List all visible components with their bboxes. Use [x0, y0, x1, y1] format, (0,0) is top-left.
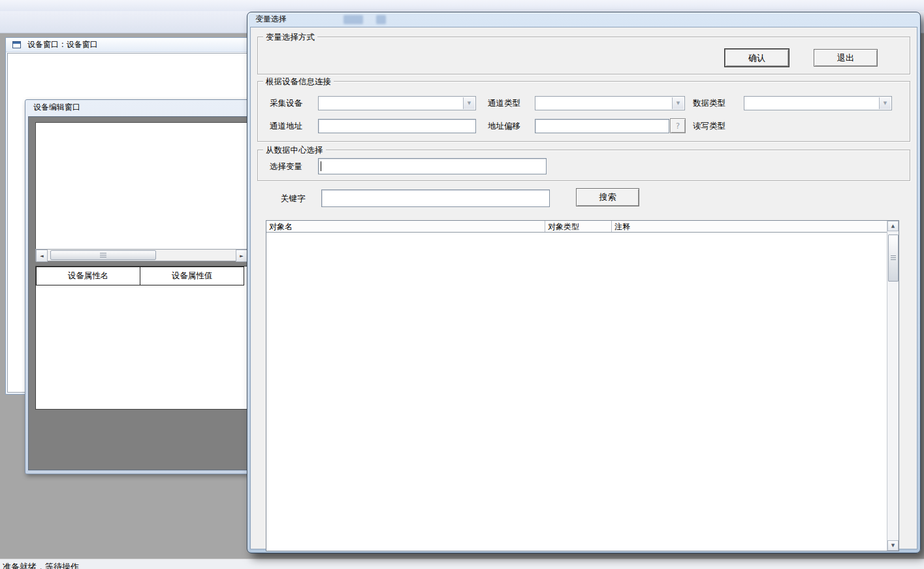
keyword-label: 关键字 — [281, 193, 306, 204]
variable-table: 对象名 对象类型 注释 — [266, 220, 899, 551]
variable-select-dialog: 变量选择 变量选择方式 确认 退出 根据设备信息连接 采集设备 通道类型 数据类… — [247, 12, 921, 553]
channel-type-select — [535, 96, 685, 110]
driver-info-box — [35, 122, 255, 250]
rw-type-label: 读写类型 — [693, 121, 725, 132]
application-window: 设备窗口 : 设备窗口 设备编辑窗口 设备属性名 设备属性值 — [0, 0, 924, 569]
vertical-scrollbar[interactable] — [887, 221, 899, 551]
chevron-down-icon — [672, 97, 684, 109]
device-window-title: 设备窗口 : 设备窗口 — [27, 39, 98, 50]
search-button[interactable]: 搜索 — [576, 188, 639, 206]
scrollbar-thumb[interactable] — [50, 250, 156, 260]
property-table-panel: 设备属性名 设备属性值 — [35, 266, 248, 410]
device-window-titlebar[interactable]: 设备窗口 : 设备窗口 — [6, 38, 255, 52]
window-icon — [12, 41, 21, 48]
data-type-label: 数据类型 — [693, 98, 725, 109]
collect-device-label: 采集设备 — [270, 98, 302, 109]
keyword-input[interactable] — [321, 189, 550, 207]
prop-header-value: 设备属性值 — [140, 267, 244, 285]
group-device-link: 根据设备信息连接 采集设备 通道类型 数据类型 通道地址 地址偏移 ? 读写类型 — [257, 81, 910, 142]
prop-header-name: 设备属性名 — [37, 267, 140, 285]
menu-bar — [0, 0, 924, 11]
collect-device-select — [318, 96, 476, 110]
status-text: 准备就绪，等待操作 — [3, 562, 79, 569]
group-label-mode: 变量选择方式 — [263, 32, 317, 43]
column-header-comment: 注释 — [612, 221, 887, 232]
horizontal-scrollbar[interactable] — [35, 249, 248, 261]
channel-type-label: 通道类型 — [488, 98, 520, 109]
data-type-select — [744, 96, 892, 110]
ghost-icon — [343, 15, 363, 24]
chevron-down-icon — [463, 97, 475, 109]
group-label-data-center: 从数据中心选择 — [263, 145, 326, 156]
dialog-body: 变量选择方式 确认 退出 根据设备信息连接 采集设备 通道类型 数据类型 通道地… — [250, 27, 917, 549]
dialog-titlebar[interactable]: 变量选择 — [247, 12, 920, 26]
group-mode: 变量选择方式 确认 退出 — [257, 37, 910, 74]
select-var-input[interactable] — [318, 158, 547, 174]
scroll-left-icon[interactable] — [36, 250, 48, 262]
group-label-device-link: 根据设备信息连接 — [263, 76, 334, 88]
group-data-center: 从数据中心选择 选择变量 — [257, 150, 910, 181]
text-cursor — [321, 161, 321, 171]
scroll-right-icon[interactable] — [236, 250, 247, 262]
addr-offset-label: 地址偏移 — [488, 121, 520, 132]
column-header-object-type: 对象类型 — [545, 221, 612, 232]
property-table: 设备属性名 设备属性值 — [36, 267, 244, 285]
edit-window-title: 设备编辑窗口 — [33, 102, 80, 113]
scroll-up-icon[interactable] — [887, 221, 899, 231]
variable-table-body — [266, 232, 887, 551]
exit-button[interactable]: 退出 — [814, 49, 878, 67]
ghost-icon — [376, 15, 386, 24]
dialog-title: 变量选择 — [255, 14, 287, 25]
chevron-down-icon — [879, 97, 891, 109]
scroll-down-icon[interactable] — [887, 540, 899, 551]
channel-addr-label: 通道地址 — [270, 121, 302, 132]
select-var-label: 选择变量 — [270, 161, 302, 172]
channel-addr-input — [318, 119, 476, 133]
column-header-object-name: 对象名 — [266, 221, 545, 232]
variable-table-header: 对象名 对象类型 注释 — [266, 221, 887, 233]
status-bar: 准备就绪，等待操作 — [0, 559, 924, 569]
scrollbar-thumb[interactable] — [888, 235, 899, 282]
confirm-button[interactable]: 确认 — [725, 49, 789, 67]
help-button: ? — [670, 118, 686, 133]
addr-offset-input — [535, 119, 669, 133]
